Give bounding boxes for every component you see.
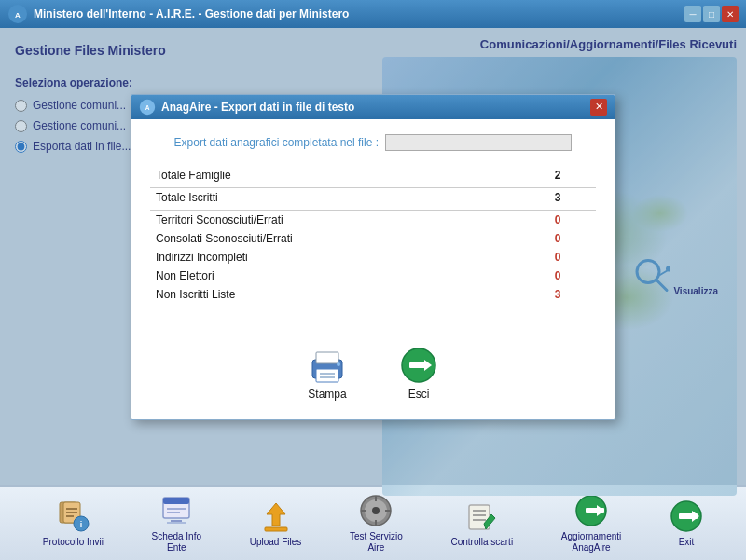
printer-icon: [307, 347, 348, 384]
table-cell-value: 0: [549, 266, 596, 285]
scheda-label: Scheda InfoEnte: [152, 531, 201, 553]
table-cell-label: Totale Famiglie: [150, 166, 549, 188]
upload-label: Upload Files: [250, 537, 302, 548]
window-controls: ─ □ ✕: [684, 6, 739, 22]
modal-title: AnagAire - Export dati in file di testo: [161, 101, 354, 114]
toolbar-item-exit[interactable]: Exit: [662, 496, 711, 552]
table-cell-label: Non Elettori: [150, 266, 549, 285]
svg-rect-28: [167, 522, 186, 524]
table-cell-value: 3: [549, 285, 596, 304]
svg-rect-11: [320, 373, 335, 375]
protocollo-label: Protocollo Invii: [43, 537, 104, 548]
table-row: Indirizzi Incompleti 0: [150, 248, 596, 266]
svg-rect-45: [679, 513, 698, 519]
controlla-label: Controlla scarti: [450, 537, 513, 548]
modal-app-icon: A: [139, 99, 156, 116]
toolbar-item-test[interactable]: Test ServizioAire: [342, 490, 410, 557]
table-cell-label: Consolati Sconosciuti/Errati: [150, 229, 549, 248]
svg-rect-9: [316, 369, 338, 382]
stampa-button[interactable]: Stampa: [296, 343, 359, 404]
exit-icon: [398, 347, 439, 384]
protocollo-icon: i: [56, 499, 90, 533]
svg-text:i: i: [80, 520, 83, 529]
toolbar-item-protocollo[interactable]: i Protocollo Invii: [35, 496, 111, 552]
svg-rect-43: [586, 508, 604, 513]
table-cell-value: 0: [549, 248, 596, 266]
toolbar-item-controlla[interactable]: Controlla scarti: [443, 496, 520, 552]
table-cell-value: 3: [549, 187, 596, 210]
svg-rect-15: [409, 362, 428, 368]
data-table: Totale Famiglie 2 Totale Iscritti 3 Terr…: [150, 166, 596, 304]
svg-point-13: [337, 362, 340, 366]
maximize-button[interactable]: □: [703, 6, 720, 22]
exit-toolbar-icon: [670, 499, 703, 533]
title-bar-left: A Ministero dell'Interno - A.I.R.E. - Ge…: [7, 4, 349, 24]
svg-rect-10: [316, 352, 338, 363]
controlla-icon: [465, 499, 499, 533]
table-cell-value: 0: [549, 210, 596, 229]
close-button[interactable]: ✕: [722, 6, 739, 22]
scheda-icon: [159, 494, 193, 527]
table-cell-label: Totale Iscritti: [150, 187, 549, 210]
table-row: Non Elettori 0: [150, 266, 596, 285]
svg-text:A: A: [15, 11, 21, 20]
svg-rect-30: [265, 527, 287, 531]
modal-body: Export dati anagrafici completata nel fi…: [131, 119, 615, 334]
title-bar: A Ministero dell'Interno - A.I.R.E. - Ge…: [0, 0, 746, 28]
aggiornamenti-label: AggiornamentiAnagAire: [561, 531, 621, 553]
svg-marker-29: [267, 503, 285, 526]
svg-text:A: A: [145, 104, 150, 111]
svg-rect-24: [163, 498, 189, 504]
table-row: Consolati Sconosciuti/Errati 0: [150, 229, 596, 248]
table-row: Totale Famiglie 2: [150, 166, 596, 188]
esci-button[interactable]: Esci: [387, 343, 450, 404]
table-cell-label: Indirizzi Incompleti: [150, 248, 549, 266]
svg-rect-12: [320, 376, 335, 378]
modal-footer: Stampa Esci: [131, 334, 615, 419]
app-title: Ministero dell'Interno - A.I.R.E. - Gest…: [34, 7, 349, 20]
upload-icon: [259, 499, 293, 533]
table-cell-value: 2: [549, 166, 596, 188]
modal-filename: [385, 134, 572, 151]
bottom-toolbar: i Protocollo Invii Scheda InfoEnte U: [0, 485, 746, 560]
modal-dialog: A AnagAire - Export dati in file di test…: [131, 94, 615, 420]
svg-point-33: [372, 507, 380, 514]
toolbar-item-upload[interactable]: Upload Files: [242, 496, 310, 552]
app-icon: A: [7, 4, 28, 24]
toolbar-item-aggiornamenti[interactable]: AggiornamentiAnagAire: [554, 490, 629, 557]
modal-overlay: A AnagAire - Export dati in file di test…: [0, 28, 746, 485]
table-row: Non Iscritti Liste 3: [150, 285, 596, 304]
stampa-label: Stampa: [308, 388, 346, 401]
modal-subtitle: Export dati anagrafici completata nel fi…: [150, 134, 596, 151]
modal-titlebar: A AnagAire - Export dati in file di test…: [131, 95, 615, 119]
table-row: Territori Sconosciuti/Errati 0: [150, 210, 596, 229]
aggiornamenti-icon: [574, 494, 608, 527]
table-row: Totale Iscritti 3: [150, 187, 596, 210]
table-cell-label: Territori Sconosciuti/Errati: [150, 210, 549, 229]
minimize-button[interactable]: ─: [684, 6, 701, 22]
test-label: Test ServizioAire: [350, 531, 403, 553]
table-cell-value: 0: [549, 229, 596, 248]
modal-close-button[interactable]: ✕: [590, 99, 607, 116]
exit-label: Exit: [679, 537, 695, 548]
modal-titlebar-left: A AnagAire - Export dati in file di test…: [139, 99, 354, 116]
table-cell-label: Non Iscritti Liste: [150, 285, 549, 304]
toolbar-item-scheda[interactable]: Scheda InfoEnte: [145, 490, 209, 557]
esci-label: Esci: [408, 388, 430, 401]
test-icon: [359, 494, 393, 527]
